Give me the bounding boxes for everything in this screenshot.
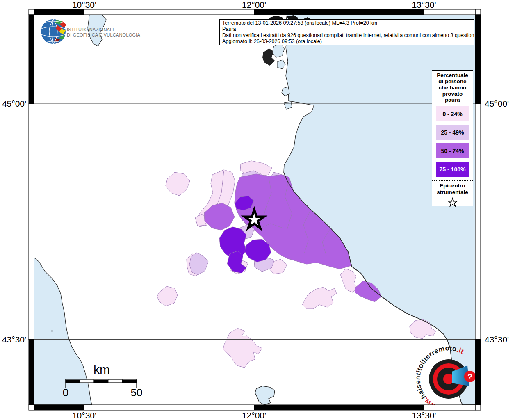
legend-star-icon — [447, 197, 458, 208]
event-map-type: Paura — [222, 26, 472, 32]
axis-label-right-43-30: 43°30' — [485, 335, 509, 345]
axis-label-bottom-13-30: 13°30' — [397, 411, 451, 420]
event-info-box: Terremoto del 13-01-2026 09:27:58 (ora l… — [219, 19, 474, 45]
axis-label-bottom-12-00: 12°00' — [228, 411, 281, 420]
macroseismic-map-page: ? www.haisentitoilterremoto.it — [0, 0, 515, 420]
legend-swatch-25-49: 25 - 49% — [436, 125, 469, 140]
axis-label-left-43-30: 43°30' — [0, 335, 26, 345]
legend-swatch-50-74: 50 - 74% — [436, 143, 469, 158]
axis-label-right-45-00: 45°00' — [485, 99, 509, 109]
legend-swatch-0-24: 0 - 24% — [436, 106, 469, 121]
legend-title: Percentuale di persone che hanno provato… — [434, 72, 471, 103]
event-data-note: Dati non verificati estratti da 926 ques… — [222, 32, 472, 39]
axis-label-top-13-30: 13°30' — [397, 0, 451, 10]
axis-label-top-12-00: 12°00' — [228, 0, 281, 10]
legend: Percentuale di persone che hanno provato… — [432, 70, 473, 206]
question-mark: ? — [467, 372, 472, 381]
event-updated-note: Aggiornato il: 26-03-2026 09:53 (ora loc… — [222, 39, 472, 45]
legend-epicenter-label: Epicentro strumentale — [434, 183, 471, 196]
axis-label-left-45-00: 45°00' — [0, 99, 26, 109]
event-title: Terremoto del 13-01-2026 09:27:58 (ora l… — [222, 20, 472, 26]
axis-label-bottom-10-30: 10°30' — [58, 411, 111, 420]
legend-swatch-75-100: 75 - 100% — [436, 162, 469, 177]
ingv-logo-text: ISTITUTO NAZIONALE DI GEOFISICA E VULCAN… — [67, 27, 140, 37]
scale-start-label: 0 — [53, 386, 78, 399]
axis-label-top-10-30: 10°30' — [58, 0, 111, 10]
scale-unit-label: km — [77, 363, 126, 377]
legend-divider — [432, 180, 473, 181]
map-canvas: ? www.haisentitoilterremoto.it — [0, 0, 515, 420]
scale-end-label: 50 — [124, 386, 149, 399]
